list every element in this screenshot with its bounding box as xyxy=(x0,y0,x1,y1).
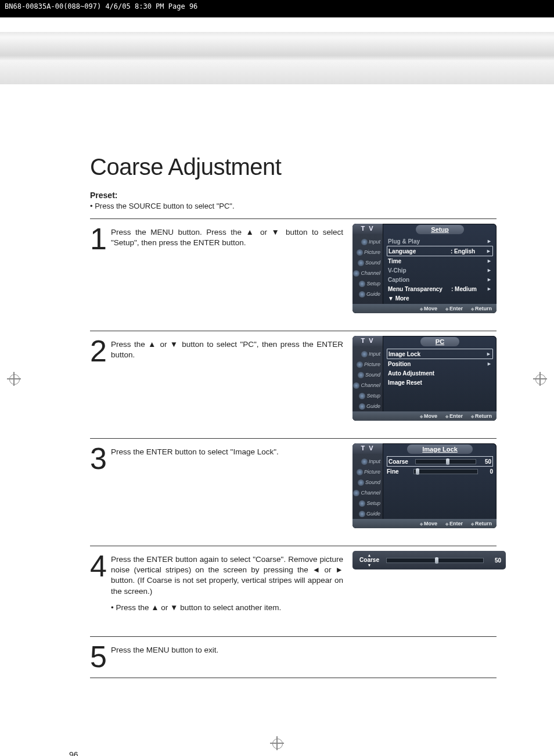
osd-menu-item[interactable]: Plug & Play► xyxy=(387,237,493,246)
menu-item-label: ▼ More xyxy=(388,295,451,302)
slider-track[interactable] xyxy=(413,469,478,474)
sidebar-label: Sound xyxy=(365,479,380,485)
osd-menu-item[interactable]: Time► xyxy=(387,256,493,266)
osd-menu-item[interactable]: ▼ More xyxy=(387,293,493,303)
page-title: Coarse Adjustment xyxy=(90,154,497,180)
sidebar-label: Guide xyxy=(366,291,380,297)
coarse-label-group: ▲ Coarse ▼ xyxy=(357,553,382,567)
sidebar-label: Setup xyxy=(366,500,380,506)
osd-menu-item[interactable]: Caption► xyxy=(387,275,493,284)
osd-slider-row[interactable]: Coarse50 xyxy=(387,456,493,467)
osd-return-hint: Return xyxy=(471,306,492,311)
osd-enter-hint: Enter xyxy=(445,413,463,419)
sidebar-icon xyxy=(359,403,365,410)
sidebar-icon xyxy=(359,500,365,507)
step-text: Press the ENTER button again to select "… xyxy=(111,551,352,619)
menu-item-label: Image Lock xyxy=(388,351,451,357)
osd-sidebar-item[interactable]: Sound xyxy=(352,477,383,488)
step-text: Press the ▲ or ▼ button to select "PC", … xyxy=(111,336,352,366)
coarse-slider-track[interactable] xyxy=(386,558,484,563)
sidebar-icon xyxy=(357,249,363,256)
osd-menu-item[interactable]: Language: English► xyxy=(387,246,493,256)
osd-move-hint: Move xyxy=(420,521,437,526)
osd-title: PC xyxy=(420,337,459,346)
sidebar-icon xyxy=(361,239,368,245)
osd-sidebar-item[interactable]: Channel xyxy=(352,380,383,390)
slider-thumb-icon[interactable] xyxy=(435,557,438,564)
osd-menu-item[interactable]: Auto Adjustment xyxy=(387,368,493,378)
sidebar-icon xyxy=(359,511,365,517)
sidebar-label: Picture xyxy=(364,469,380,475)
osd-slider-row[interactable]: Fine0 xyxy=(387,467,493,476)
slider-thumb-icon[interactable] xyxy=(446,458,449,465)
osd-title: Image Lock xyxy=(407,445,473,454)
decorative-band xyxy=(0,32,554,84)
osd-tv-label: T V xyxy=(352,443,383,454)
sidebar-label: Setup xyxy=(366,281,380,286)
menu-item-label: Language xyxy=(388,248,451,255)
slider-thumb-icon[interactable] xyxy=(416,468,419,475)
slider-value: 50 xyxy=(479,458,491,465)
osd-return-hint: Return xyxy=(471,521,492,526)
menu-item-label: Image Reset xyxy=(388,379,451,386)
registration-mark-icon xyxy=(533,372,547,386)
osd-menu-item[interactable]: Image Reset xyxy=(387,378,493,387)
osd-image-lock: T V Image Lock InputPictureSoundChannelS… xyxy=(352,443,497,528)
sidebar-label: Guide xyxy=(366,511,380,517)
step-number: 5 xyxy=(90,642,111,669)
sidebar-icon xyxy=(361,351,368,357)
osd-sidebar-item[interactable]: Setup xyxy=(352,498,383,508)
osd-sidebar-item[interactable]: Input xyxy=(352,349,383,359)
step-5: 5 Press the MENU button to exit. xyxy=(90,636,497,678)
menu-item-label: Time xyxy=(388,258,451,264)
menu-item-value: : Medium xyxy=(451,286,486,292)
sidebar-icon xyxy=(359,281,365,287)
step-2: 2 Press the ▲ or ▼ button to select "PC"… xyxy=(90,331,497,438)
sidebar-icon xyxy=(359,291,365,298)
osd-sidebar-item[interactable]: Channel xyxy=(352,488,383,498)
osd-tv-label: T V xyxy=(352,336,383,346)
osd-footer: Move Enter Return xyxy=(352,411,497,421)
osd-menu-item[interactable]: Menu Transparency: Medium► xyxy=(387,284,493,293)
osd-setup: T V Setup InputPictureSoundChannelSetupG… xyxy=(352,224,497,313)
sidebar-label: Picture xyxy=(364,361,380,367)
menu-item-label: Caption xyxy=(388,277,451,283)
down-arrow-icon: ▼ xyxy=(357,563,382,567)
menu-item-label: Position xyxy=(388,361,451,367)
osd-sidebar-item[interactable]: Guide xyxy=(352,289,383,299)
sidebar-label: Sound xyxy=(365,260,380,266)
slider-track[interactable] xyxy=(415,459,476,464)
slider-label: Coarse xyxy=(388,458,413,465)
print-header: BN68-00835A-00(088~097) 4/6/05 8:30 PM P… xyxy=(0,0,554,17)
osd-move-hint: Move xyxy=(420,413,437,419)
osd-move-hint: Move xyxy=(420,306,437,311)
osd-menu-item[interactable]: Image Lock► xyxy=(387,349,493,359)
osd-sidebar-item[interactable]: Setup xyxy=(352,278,383,289)
osd-sidebar-item[interactable]: Input xyxy=(352,237,383,247)
sidebar-label: Input xyxy=(369,458,380,464)
sidebar-label: Guide xyxy=(366,403,380,409)
osd-sidebar-item[interactable]: Setup xyxy=(352,390,383,401)
sidebar-label: Input xyxy=(369,239,380,245)
osd-sidebar-item[interactable]: Picture xyxy=(352,359,383,370)
print-header-text: BN68-00835A-00(088~097) 4/6/05 8:30 PM P… xyxy=(5,2,197,10)
sidebar-icon xyxy=(358,479,364,486)
osd-sidebar-item[interactable]: Picture xyxy=(352,467,383,477)
osd-sidebar-item[interactable]: Guide xyxy=(352,508,383,519)
osd-sidebar-item[interactable]: Sound xyxy=(352,257,383,268)
sidebar-label: Picture xyxy=(364,249,380,255)
osd-sidebar-item[interactable]: Sound xyxy=(352,370,383,380)
sidebar-label: Setup xyxy=(366,393,380,399)
sidebar-icon xyxy=(358,260,364,266)
step-1: 1 Press the MENU button. Press the ▲ or … xyxy=(90,218,497,331)
osd-menu-item[interactable]: Position► xyxy=(387,359,493,368)
step-5-body: Press the MENU button to exit. xyxy=(111,645,343,655)
sidebar-label: Sound xyxy=(365,372,380,378)
step-1-body: Press the MENU button. Press the ▲ or ▼ … xyxy=(111,227,343,248)
osd-sidebar-item[interactable]: Input xyxy=(352,456,383,467)
sidebar-label: Channel xyxy=(361,490,380,496)
osd-sidebar-item[interactable]: Channel xyxy=(352,268,383,278)
osd-sidebar-item[interactable]: Picture xyxy=(352,247,383,257)
osd-menu-item[interactable]: V-Chip► xyxy=(387,266,493,275)
osd-sidebar-item[interactable]: Guide xyxy=(352,401,383,411)
